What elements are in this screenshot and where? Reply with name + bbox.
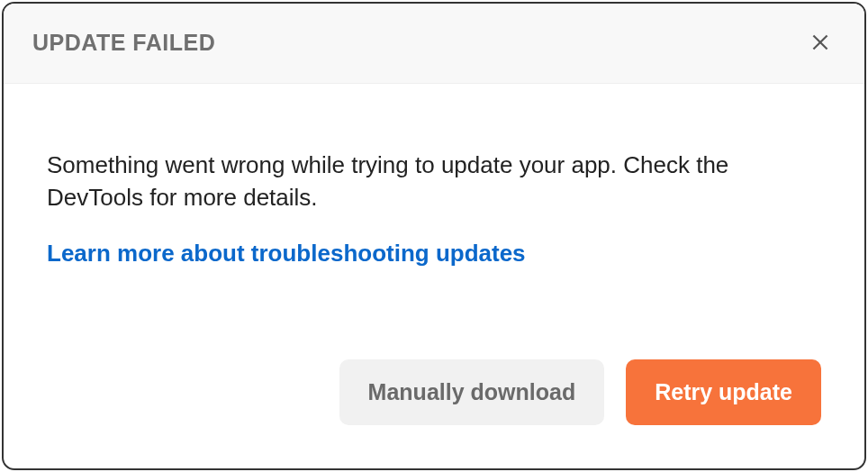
dialog-footer: Manually download Retry update: [4, 359, 864, 468]
dialog-header: UPDATE FAILED: [4, 4, 864, 84]
close-icon: [809, 31, 832, 54]
update-failed-dialog: UPDATE FAILED Something went wrong while…: [2, 2, 866, 470]
dialog-body: Something went wrong while trying to upd…: [4, 84, 864, 359]
manually-download-button[interactable]: Manually download: [339, 359, 605, 425]
error-message: Something went wrong while trying to upd…: [47, 149, 821, 214]
retry-update-button[interactable]: Retry update: [626, 359, 821, 425]
dialog-title: UPDATE FAILED: [32, 30, 215, 56]
close-button[interactable]: [805, 27, 836, 58]
troubleshoot-link[interactable]: Learn more about troubleshooting updates: [47, 240, 821, 268]
